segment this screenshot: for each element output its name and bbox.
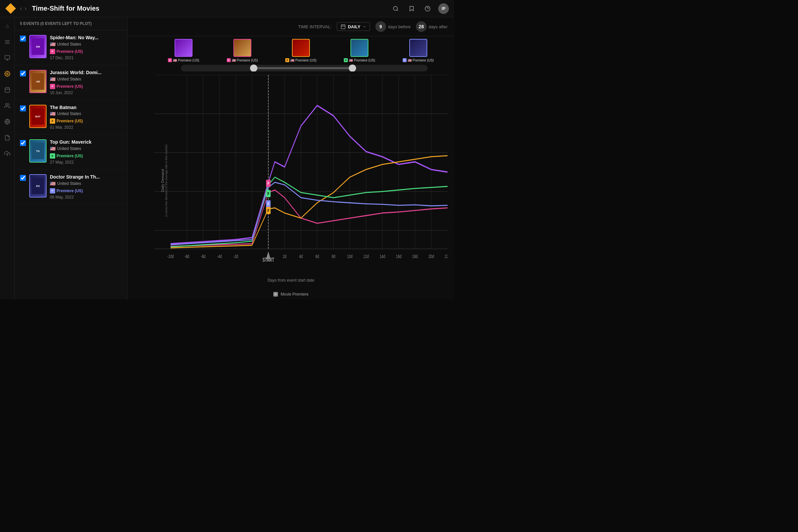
thumb-item-3: P 🇺🇸 Premiere (US) (285, 39, 317, 62)
event-checkbox-3[interactable] (20, 106, 26, 111)
event-checkbox-1[interactable] (20, 36, 26, 41)
badge-label-2: Premiere (US) (57, 84, 83, 89)
svg-text:-8d: -8d (185, 253, 189, 259)
legend-label: Movie Premiere (281, 292, 308, 297)
svg-text:6d: 6d (316, 253, 319, 259)
days-after-control: 28 days after (416, 21, 448, 32)
event-title-3: The Batman (50, 105, 122, 110)
days-before-label: days before (388, 24, 411, 29)
flag-1: 🇺🇸 (50, 41, 56, 47)
thumb-label-4: P 🇺🇸 Premiere (US) (344, 58, 375, 62)
event-item-2: JW Jurassic World: Domi... 🇺🇸 United Sta… (15, 65, 127, 100)
sidebar-item-upload[interactable] (3, 149, 12, 158)
y-axis-label: Daily Demand (x times the demand of the … (160, 144, 168, 217)
thumb-label-text-4: Premiere (US) (354, 58, 375, 62)
help-button[interactable] (422, 3, 433, 14)
time-interval-label: TIME INTERVAL: (298, 24, 332, 29)
flag-4: 🇺🇸 (50, 146, 56, 151)
sidebar-item-docs[interactable] (3, 133, 12, 142)
events-panel: 5 EVENTS (0 EVENTS LEFT TO PLOT) SM Spid… (15, 17, 128, 299)
content-row: 5 EVENTS (0 EVENTS LEFT TO PLOT) SM Spid… (15, 17, 454, 299)
event-badge-3: P Premiere (US) (50, 118, 122, 124)
event-country-1: 🇺🇸 United States (50, 41, 122, 47)
svg-point-0 (393, 6, 397, 10)
badge-icon-1: P (50, 49, 55, 54)
svg-rect-30 (341, 25, 345, 29)
svg-rect-12 (5, 88, 10, 92)
flag-2: 🇺🇸 (50, 76, 56, 82)
event-country-4: 🇺🇸 United States (50, 146, 122, 151)
slider-handle-left[interactable] (250, 64, 258, 72)
event-checkbox-4[interactable] (20, 140, 26, 146)
sidebar-item-home[interactable]: ⌂ (3, 21, 12, 31)
thumb-label-2: P 🇺🇸 Premiere (US) (227, 58, 258, 62)
chart-controls: TIME INTERVAL: DAILY 9 days before 28 da… (128, 17, 454, 36)
event-checkbox-2[interactable] (20, 71, 26, 76)
user-avatar[interactable]: IP (438, 3, 449, 14)
event-date-2: 10 Jun, 2022 (50, 91, 122, 95)
search-button[interactable] (391, 3, 401, 14)
thumb-label-text-1: Premiere (US) (178, 58, 199, 62)
thumb-item-2: P 🇺🇸 Premiere (US) (227, 39, 258, 62)
badge-label-1: Premiere (US) (57, 49, 83, 54)
svg-point-11 (6, 73, 8, 75)
event-item-1: SM Spider-Man: No Way... 🇺🇸 United State… (15, 30, 127, 65)
event-checkbox-5[interactable] (20, 175, 26, 181)
svg-text:P: P (267, 191, 269, 196)
badge-label-5: Premiere (US) (57, 189, 83, 193)
svg-point-16 (5, 103, 7, 106)
event-poster-2: JW (29, 70, 46, 93)
event-date-1: 17 Dec, 2021 (50, 56, 122, 60)
slider-container (128, 62, 454, 72)
x-axis-label: Days from event start date (268, 278, 315, 283)
thumb-badge-2: P (227, 58, 231, 62)
sidebar-item-list[interactable] (3, 37, 12, 46)
days-before-badge[interactable]: 9 (375, 21, 386, 32)
sidebar-item-globe[interactable] (3, 117, 12, 126)
svg-text:TG: TG (36, 150, 40, 153)
thumb-img-5 (409, 39, 427, 57)
svg-text:8d: 8d (332, 253, 336, 259)
sidebar-item-calendar[interactable] (3, 85, 12, 94)
sidebar-item-monitor[interactable] (3, 53, 12, 62)
badge-icon-5: P (50, 188, 55, 193)
event-badge-4: P Premiere (US) (50, 153, 122, 158)
thumb-badge-4: P (344, 58, 348, 62)
event-info-4: Top Gun: Maverick 🇺🇸 United States P Pre… (50, 139, 122, 165)
days-after-label: days after (429, 24, 448, 29)
forward-button[interactable]: › (25, 5, 26, 12)
days-after-badge[interactable]: 28 (416, 21, 426, 32)
svg-text:10d: 10d (347, 253, 353, 259)
legend-badge: P (273, 292, 278, 297)
thumb-label-text-3: Premiere (US) (295, 58, 317, 62)
event-item-3: BAT The Batman 🇺🇸 United States P Premie… (15, 100, 127, 135)
svg-line-1 (397, 10, 398, 11)
thumb-img-3 (292, 39, 310, 57)
event-poster-1: SM (29, 35, 46, 58)
thumb-label-5: P 🇺🇸 Premiere (US) (403, 58, 434, 62)
svg-text:16d: 16d (396, 253, 401, 259)
thumb-badge-1: P (168, 58, 172, 62)
badge-icon-2: P (50, 84, 55, 89)
event-poster-5: DS (29, 174, 46, 197)
svg-text:-4d: -4d (217, 253, 222, 259)
thumb-label-1: P 🇺🇸 Premiere (US) (168, 58, 199, 62)
thumb-badge-3: P (285, 58, 289, 62)
back-button[interactable]: ‹ (20, 5, 22, 12)
time-interval-select[interactable]: DAILY (337, 22, 370, 31)
flag-5: 🇺🇸 (50, 181, 56, 186)
event-date-5: 06 May, 2022 (50, 195, 122, 200)
nav-icons: IP (391, 3, 449, 14)
bookmark-button[interactable] (406, 3, 417, 14)
flag-3: 🇺🇸 (50, 111, 56, 116)
slider-track[interactable] (181, 65, 428, 72)
days-before-control: 9 days before (375, 21, 411, 32)
svg-text:22d: 22d (445, 253, 448, 259)
sidebar-item-settings[interactable] (3, 69, 12, 78)
sidebar-item-users[interactable] (3, 101, 12, 110)
slider-handle-right[interactable] (349, 64, 356, 72)
event-title-2: Jurassic World: Domi... (50, 70, 122, 75)
svg-text:14d: 14d (380, 253, 385, 259)
thumb-label-text-5: Premiere (US) (413, 58, 434, 62)
badge-icon-3: P (50, 118, 55, 124)
